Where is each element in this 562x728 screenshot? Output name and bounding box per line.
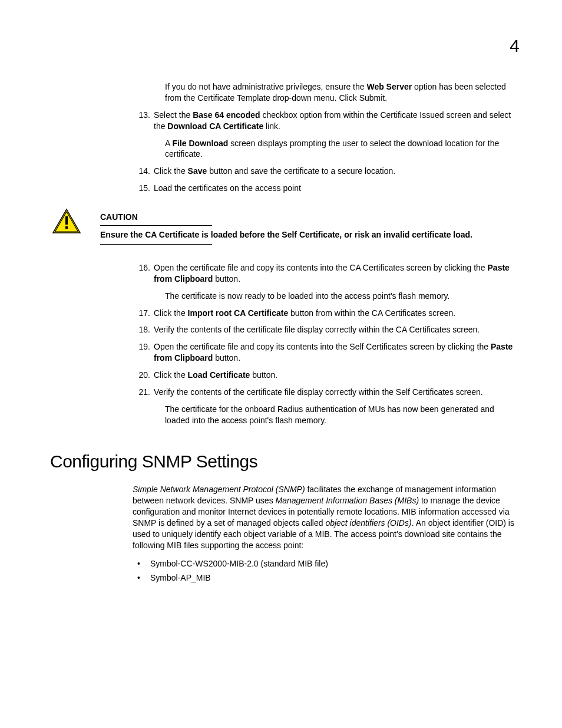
step: 16.Open the certificate file and copy it… — [133, 262, 521, 285]
step: 13.Select the Base 64 encoded checkbox o… — [133, 110, 521, 132]
section-heading: Configuring SNMP Settings — [50, 450, 527, 474]
step-text: Open the certificate file and copy its c… — [154, 341, 521, 364]
step-number: 20. — [133, 370, 154, 381]
step-number: 15. — [133, 183, 154, 194]
caution-icon — [52, 208, 81, 237]
step-number: 19. — [133, 341, 154, 364]
caution-rule-bottom — [100, 244, 212, 245]
step-number: 14. — [133, 166, 154, 177]
step: 17.Click the Import root CA Certificate … — [133, 308, 521, 319]
step-subtext: A File Download screen displays promptin… — [165, 138, 521, 160]
step-text: Click the Load Certificate button. — [154, 370, 521, 381]
step-text: Click the Import root CA Certificate but… — [154, 308, 521, 319]
svg-rect-2 — [65, 216, 68, 225]
step: 21.Verify the contents of the certificat… — [133, 387, 521, 398]
step-text: Verify the contents of the certificate f… — [154, 387, 521, 398]
step: 19.Open the certificate file and copy it… — [133, 341, 521, 364]
svg-rect-3 — [65, 226, 68, 229]
step-text: Click the Save button and save the certi… — [154, 166, 521, 177]
step-number: 18. — [133, 324, 154, 335]
step-text: Load the certificates on the access poin… — [154, 183, 521, 194]
step-number: 21. — [133, 387, 154, 398]
bullet-item: •Symbol-AP_MIB — [137, 572, 521, 584]
step-text: Open the certificate file and copy its c… — [154, 262, 521, 285]
caution-block: CAUTION Ensure the CA Certificate is loa… — [100, 212, 521, 245]
page: 4 If you do not have administrative priv… — [0, 0, 562, 728]
page-number: 4 — [510, 34, 520, 58]
step-subtext: The certificate is now ready to be loade… — [165, 291, 521, 302]
caution-label: CAUTION — [100, 212, 138, 224]
intro-subtext: If you do not have administrative privil… — [165, 81, 521, 104]
bullet-item: •Symbol-CC-WS2000-MIB-2.0 (standard MIB … — [137, 558, 521, 569]
steps-group-b: 16.Open the certificate file and copy it… — [133, 262, 521, 426]
bullet-dot: • — [137, 572, 150, 584]
bullet-text: Symbol-AP_MIB — [150, 572, 521, 584]
section-paragraph: Simple Network Management Protocol (SNMP… — [133, 484, 521, 551]
content-body: If you do not have administrative privil… — [133, 81, 521, 426]
bullet-dot: • — [137, 558, 150, 569]
bullet-text: Symbol-CC-WS2000-MIB-2.0 (standard MIB f… — [150, 558, 521, 569]
step-number: 13. — [133, 110, 154, 132]
section-body: Simple Network Management Protocol (SNMP… — [133, 484, 521, 584]
step: 18.Verify the contents of the certificat… — [133, 324, 521, 335]
step-number: 17. — [133, 308, 154, 319]
caution-rule-top — [100, 225, 212, 226]
step-text: Select the Base 64 encoded checkbox opti… — [154, 110, 521, 132]
step-subtext: The certificate for the onboard Radius a… — [165, 404, 521, 426]
step: 15.Load the certificates on the access p… — [133, 183, 521, 194]
step: 20.Click the Load Certificate button. — [133, 370, 521, 381]
step-number: 16. — [133, 262, 154, 285]
steps-group-a: 13.Select the Base 64 encoded checkbox o… — [133, 110, 521, 194]
caution-text: Ensure the CA Certificate is loaded befo… — [100, 229, 521, 241]
bullet-list: •Symbol-CC-WS2000-MIB-2.0 (standard MIB … — [133, 558, 521, 584]
step: 14.Click the Save button and save the ce… — [133, 166, 521, 177]
step-text: Verify the contents of the certificate f… — [154, 324, 521, 335]
